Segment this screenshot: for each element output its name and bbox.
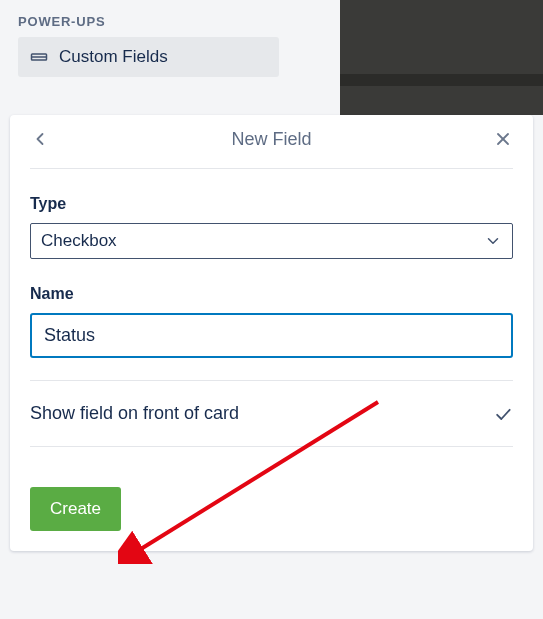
background-board-area [340, 0, 543, 115]
powerup-custom-fields[interactable]: Custom Fields [18, 37, 279, 77]
back-button[interactable] [30, 129, 50, 149]
type-select-value: Checkbox [41, 231, 117, 251]
show-on-front-label: Show field on front of card [30, 403, 239, 424]
popover-title: New Field [231, 129, 311, 150]
type-label: Type [30, 195, 513, 213]
show-on-front-toggle[interactable]: Show field on front of card [30, 381, 513, 447]
type-select[interactable]: Checkbox [30, 223, 513, 259]
powerup-item-label: Custom Fields [59, 47, 168, 67]
name-input[interactable] [30, 313, 513, 358]
name-label: Name [30, 285, 513, 303]
powerups-heading: POWER-UPS [18, 14, 328, 29]
new-field-popover: New Field Type Checkbox Name [10, 115, 533, 551]
check-icon [493, 404, 513, 424]
chevron-down-icon [484, 232, 502, 250]
close-button[interactable] [493, 129, 513, 149]
create-button[interactable]: Create [30, 487, 121, 531]
custom-fields-icon [30, 48, 48, 66]
